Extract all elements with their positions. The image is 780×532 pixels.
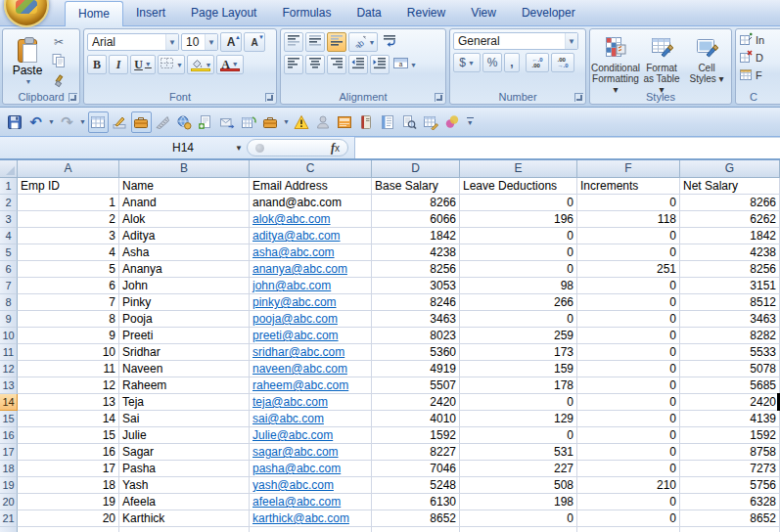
increase-indent-button[interactable] bbox=[370, 55, 390, 74]
cell-F16[interactable]: 0 bbox=[577, 427, 680, 444]
wrap-text-button[interactable] bbox=[380, 32, 399, 52]
cell-E2[interactable]: 0 bbox=[460, 195, 577, 211]
cell-C11[interactable]: sridhar@abc.com bbox=[250, 344, 372, 361]
row-header-12[interactable]: 12 bbox=[0, 361, 18, 377]
email-link[interactable]: pasha@abc.com bbox=[252, 462, 341, 475]
cell-C9[interactable]: pooja@abc.com bbox=[250, 311, 372, 328]
email-link[interactable]: karthick@abc.com bbox=[252, 511, 349, 525]
tab-developer[interactable]: Developer bbox=[509, 1, 588, 25]
row-header-15[interactable]: 15 bbox=[0, 411, 18, 427]
cell-D15[interactable]: 4010 bbox=[372, 411, 460, 427]
contact-icon[interactable] bbox=[313, 111, 334, 133]
cell-E14[interactable]: 0 bbox=[460, 394, 577, 411]
decrease-indent-button[interactable] bbox=[348, 55, 368, 74]
web-icon[interactable] bbox=[174, 111, 195, 133]
name-box[interactable]: H14 ▼ bbox=[0, 137, 247, 158]
column-header-A[interactable]: A bbox=[18, 160, 119, 178]
cell-E7[interactable]: 98 bbox=[460, 278, 577, 294]
cell-E11[interactable]: 173 bbox=[460, 344, 577, 361]
row-header-2[interactable]: 2 bbox=[0, 195, 18, 211]
row-header-5[interactable]: 5 bbox=[0, 244, 18, 261]
cell-G6[interactable]: 8256 bbox=[680, 261, 780, 278]
row-header-18[interactable]: 18 bbox=[0, 461, 18, 477]
email-link[interactable]: pinky@abc.com bbox=[252, 295, 337, 309]
cell-C3[interactable]: alok@abc.com bbox=[250, 211, 372, 228]
colors-icon[interactable] bbox=[442, 111, 463, 133]
cell-C1[interactable]: Email Address bbox=[250, 178, 372, 195]
cell-F6[interactable]: 251 bbox=[577, 261, 680, 278]
cell-B6[interactable]: Ananya bbox=[119, 261, 250, 278]
cell-D17[interactable]: 8227 bbox=[372, 444, 460, 461]
cell-D9[interactable]: 3463 bbox=[372, 311, 460, 328]
row-header-16[interactable]: 16 bbox=[0, 427, 18, 444]
table-icon[interactable] bbox=[88, 111, 109, 133]
format-as-table-button[interactable]: Format as Table ▾ bbox=[640, 32, 683, 89]
cell-B7[interactable]: John bbox=[119, 278, 250, 294]
cell-D6[interactable]: 8256 bbox=[372, 261, 460, 278]
row-header-9[interactable]: 9 bbox=[0, 311, 18, 328]
row-header-3[interactable]: 3 bbox=[0, 211, 18, 228]
cell-F15[interactable]: 0 bbox=[577, 411, 680, 427]
cell-F7[interactable]: 0 bbox=[577, 278, 680, 294]
cell-C8[interactable]: pinky@abc.com bbox=[250, 294, 372, 311]
row-header-4[interactable]: 4 bbox=[0, 228, 18, 244]
row-header-7[interactable]: 7 bbox=[0, 278, 18, 294]
align-top-button[interactable] bbox=[284, 32, 303, 52]
email-link[interactable]: sai@abc.com bbox=[252, 412, 324, 425]
cell-B21[interactable]: Karthick bbox=[119, 510, 250, 527]
comma-style-button[interactable]: , bbox=[504, 53, 520, 72]
row-header-14[interactable]: 14 bbox=[0, 394, 18, 411]
cell-D12[interactable]: 4919 bbox=[372, 361, 460, 377]
cell-D21[interactable]: 8652 bbox=[372, 510, 460, 527]
cell-B12[interactable]: Naveen bbox=[119, 361, 250, 377]
cell-C22[interactable] bbox=[250, 527, 372, 532]
cell-D4[interactable]: 1842 bbox=[372, 228, 460, 244]
cell-G4[interactable]: 1842 bbox=[680, 228, 780, 244]
cell-F21[interactable]: 0 bbox=[577, 510, 680, 527]
tab-review[interactable]: Review bbox=[394, 1, 458, 25]
email-link[interactable]: afeela@abc.com bbox=[252, 495, 341, 509]
cell-G12[interactable]: 5078 bbox=[680, 361, 780, 377]
cell-C10[interactable]: preeti@abc.com bbox=[250, 328, 372, 344]
cell-E9[interactable]: 0 bbox=[460, 311, 577, 328]
align-bottom-button[interactable] bbox=[327, 32, 346, 52]
cell-A16[interactable]: 15 bbox=[18, 427, 119, 444]
number-format-combo[interactable]: General ▼ bbox=[453, 32, 578, 50]
cell-E19[interactable]: 508 bbox=[460, 477, 577, 494]
cell-D20[interactable]: 6130 bbox=[372, 494, 460, 510]
cell-C18[interactable]: pasha@abc.com bbox=[250, 461, 372, 477]
chevron-down-icon[interactable]: ▼ bbox=[235, 144, 247, 153]
cell-E6[interactable]: 0 bbox=[460, 261, 577, 278]
cell-F10[interactable]: 0 bbox=[577, 328, 680, 344]
write-icon[interactable] bbox=[110, 111, 130, 133]
cell-C16[interactable]: Julie@abc.com bbox=[250, 427, 372, 444]
cell-G3[interactable]: 6262 bbox=[680, 211, 780, 228]
cell-D22[interactable] bbox=[372, 527, 460, 532]
cell-A13[interactable]: 12 bbox=[18, 377, 119, 394]
notebook-icon[interactable] bbox=[378, 111, 398, 133]
cell-D5[interactable]: 4238 bbox=[372, 244, 460, 261]
cell-B20[interactable]: Afeela bbox=[119, 494, 250, 510]
cell-G7[interactable]: 3151 bbox=[680, 278, 780, 294]
chevron-down-icon[interactable]: ▼ bbox=[79, 118, 86, 125]
cell-F11[interactable]: 0 bbox=[577, 344, 680, 361]
cell-A11[interactable]: 10 bbox=[18, 344, 119, 361]
cell-D8[interactable]: 8246 bbox=[372, 294, 460, 311]
merge-center-button[interactable]: a▼ bbox=[391, 55, 419, 74]
chevron-down-icon[interactable]: ▼ bbox=[565, 33, 577, 49]
cell-E5[interactable]: 0 bbox=[460, 244, 577, 261]
cell-F20[interactable]: 0 bbox=[577, 494, 680, 510]
tab-page-layout[interactable]: Page Layout bbox=[178, 1, 269, 25]
email-link[interactable]: teja@abc.com bbox=[252, 395, 328, 409]
column-header-G[interactable]: G bbox=[680, 160, 780, 178]
cell-D2[interactable]: 8266 bbox=[372, 195, 460, 211]
cell-G13[interactable]: 5685 bbox=[680, 377, 780, 394]
fill-color-button[interactable]: ▼ bbox=[187, 55, 214, 74]
cell-B14[interactable]: Teja bbox=[119, 394, 250, 411]
cell-F13[interactable]: 0 bbox=[577, 377, 680, 394]
mail-icon[interactable] bbox=[217, 111, 238, 133]
insert-function-button[interactable]: fx bbox=[247, 139, 348, 156]
cell-D18[interactable]: 7046 bbox=[372, 461, 460, 477]
cell-E21[interactable]: 0 bbox=[460, 510, 577, 527]
align-center-button[interactable] bbox=[305, 55, 325, 74]
